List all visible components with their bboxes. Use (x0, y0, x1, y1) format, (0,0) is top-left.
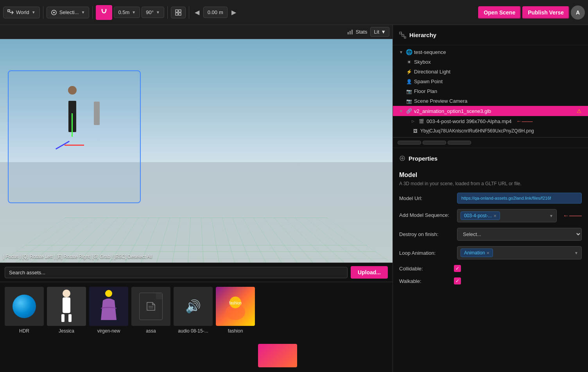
svg-line-30 (404, 35, 404, 38)
axis-x (65, 145, 84, 146)
tree-icon-003: 🎬 (418, 119, 425, 124)
asset-partial[interactable] (258, 344, 297, 367)
prev-btn[interactable]: ◀ (192, 7, 202, 18)
next-btn[interactable]: ▶ (229, 7, 238, 18)
sequence-dropdown-btn[interactable]: ▼ (549, 214, 553, 218)
asset-fashion[interactable]: fashion fashion (216, 287, 255, 334)
top-toolbar: World ▼ Selecti... ▼ 0.5m ▼ 90° ▼ (0, 0, 588, 25)
svg-rect-17 (61, 314, 65, 322)
hierarchy-tree: ▼ 🌐 test-sequence ☀ Skybox ⚡ Directional… (393, 45, 588, 137)
tree-icon-floor: 📷 (405, 89, 412, 94)
lit-dropdown[interactable]: Lit ▼ (370, 27, 389, 37)
asset-audio[interactable]: 🔊 audio 08-15-... (174, 287, 213, 334)
hierarchy-header: Hierarchy (393, 25, 588, 45)
svg-rect-13 (350, 31, 351, 34)
prop-row-destroy: Destroy on finish: Select... (399, 228, 582, 241)
svg-rect-27 (402, 34, 404, 36)
right-panel: Hierarchy ▼ 🌐 test-sequence ☀ Skybox ⚡ (393, 25, 588, 372)
collidable-checkbox[interactable]: ✓ (454, 265, 461, 272)
tree-icon-skybox: ☀ (405, 59, 412, 65)
selection-chevron: ▼ (81, 10, 85, 14)
walkable-checkbox[interactable]: ✓ (454, 277, 461, 284)
divider-2 (92, 6, 93, 19)
asset-hdr[interactable]: HDR (5, 287, 44, 334)
asset-jessica[interactable]: Jessica (47, 287, 86, 334)
tree-warning-v2: ⚠ (577, 108, 582, 114)
svg-point-19 (105, 290, 112, 297)
sequence-tag-remove[interactable]: ✕ (493, 214, 497, 218)
sequence-tag-input[interactable]: 003-4-post-... ✕ ▼ (457, 209, 557, 222)
tree-item-spawn-point[interactable]: 👤 Spawn Point (393, 77, 588, 86)
magnet-tool-group (96, 5, 112, 20)
tree-item-v2-animation[interactable]: ▼ 🔗 v2_animation_option1_scene3.glb ⚠ (393, 106, 588, 116)
tree-item-directional-light[interactable]: ⚡ Directional Light (393, 67, 588, 77)
upload-btn[interactable]: Upload... (351, 266, 388, 279)
tree-label-floor: Floor Plan (414, 88, 437, 94)
asset-audio-thumb: 🔊 (174, 287, 213, 326)
tree-icon-spawn: 👤 (405, 79, 412, 84)
divider-4 (189, 6, 189, 19)
properties-header: Properties (393, 148, 588, 167)
prop-tab-1[interactable] (398, 141, 421, 145)
tree-item-scene-preview[interactable]: 📷 Scene Preview Camera (393, 96, 588, 106)
avatar-btn[interactable]: A (571, 5, 585, 20)
asset-fashion-label: fashion (228, 328, 243, 334)
magnet-btn[interactable] (96, 5, 112, 20)
jessica-figure-svg (57, 289, 76, 324)
divider-3 (167, 6, 168, 19)
asset-assa-label: assa (146, 328, 156, 334)
hierarchy-title: Hierarchy (409, 32, 436, 38)
model-title: Model (399, 172, 582, 179)
selection-btn[interactable]: Selecti... ▼ (47, 7, 90, 18)
svg-point-5 (53, 12, 55, 13)
svg-text:fashion: fashion (229, 301, 242, 305)
publish-verse-btn[interactable]: Publish Verse (522, 6, 569, 19)
loop-label: Loop Animation: (399, 250, 454, 256)
properties-content: Model A 3D model in your scene, loaded f… (393, 167, 588, 295)
sequence-tag-text: 003-4-post-... (464, 213, 492, 218)
viewport-subheader: Stats Lit ▼ (0, 25, 393, 39)
transform-tool-btn[interactable]: World ▼ (3, 7, 40, 18)
svg-rect-28 (404, 37, 406, 38)
grid-btn[interactable] (171, 7, 186, 18)
asset-virgen[interactable]: virgen-new (89, 287, 128, 334)
prop-tab-2[interactable] (423, 141, 446, 145)
prop-row-collidable: Collidable: ✓ (399, 265, 582, 272)
loop-tag-remove[interactable]: ✕ (486, 251, 489, 255)
loop-dropdown-btn[interactable]: ▼ (574, 251, 578, 255)
url-input[interactable] (457, 193, 582, 204)
tree-item-test-sequence[interactable]: ▼ 🌐 test-sequence (393, 47, 588, 57)
search-input[interactable] (5, 267, 348, 278)
prop-tab-3[interactable] (448, 141, 471, 145)
stats-btn[interactable]: Stats (347, 29, 368, 35)
assets-header: Upload... (0, 263, 393, 282)
open-scene-btn[interactable]: Open Scene (478, 6, 521, 19)
prop-row-walkable: Walkable: ✓ (399, 277, 582, 284)
asset-virgen-thumb (89, 287, 128, 326)
tree-item-png[interactable]: 🖼 YbyjCJuq78UAKnlscnrIRu6HNF569UxcPnyZQi… (393, 126, 588, 136)
asset-assa[interactable]: assa (131, 287, 170, 334)
tree-item-skybox[interactable]: ☀ Skybox (393, 57, 588, 67)
destroy-select[interactable]: Select... (457, 228, 582, 241)
tree-item-floor-plan[interactable]: 📷 Floor Plan (393, 86, 588, 96)
loop-tag-input[interactable]: Animation ✕ ▼ (457, 246, 582, 259)
viewport-3d[interactable]: | Focus | [Q] Rotate Left | [E] Rotate R… (0, 39, 393, 263)
tree-label-003: 003-4-post-world 396x760-Alpha.mp4 (427, 118, 512, 124)
hierarchy-section: Hierarchy ▼ 🌐 test-sequence ☀ Skybox ⚡ (393, 25, 588, 137)
svg-rect-8 (176, 10, 178, 12)
angle-btn[interactable]: 90° ▼ (142, 7, 164, 18)
properties-icon (399, 155, 405, 161)
tree-icon-0: 🌐 (405, 49, 412, 55)
tree-label-dlight: Directional Light (414, 69, 450, 75)
step-chevron: ▼ (132, 10, 136, 14)
viewport-shortcuts: | Focus | [Q] Rotate Left | [E] Rotate R… (3, 254, 152, 259)
model-desc: A 3D model in your scene, loaded from a … (399, 181, 582, 186)
audio-icon: 🔊 (185, 299, 201, 314)
divider-1 (43, 6, 43, 19)
sequence-arrow-indicator: ←—— (563, 212, 582, 219)
char-head (68, 86, 77, 95)
tree-item-003[interactable]: ▷ 🎬 003-4-post-world 396x760-Alpha.mp4 ←… (393, 116, 588, 126)
tree-label-0: test-sequence (414, 49, 446, 55)
tree-label-spawn: Spawn Point (414, 79, 443, 84)
step-btn[interactable]: 0.5m ▼ (114, 7, 140, 18)
